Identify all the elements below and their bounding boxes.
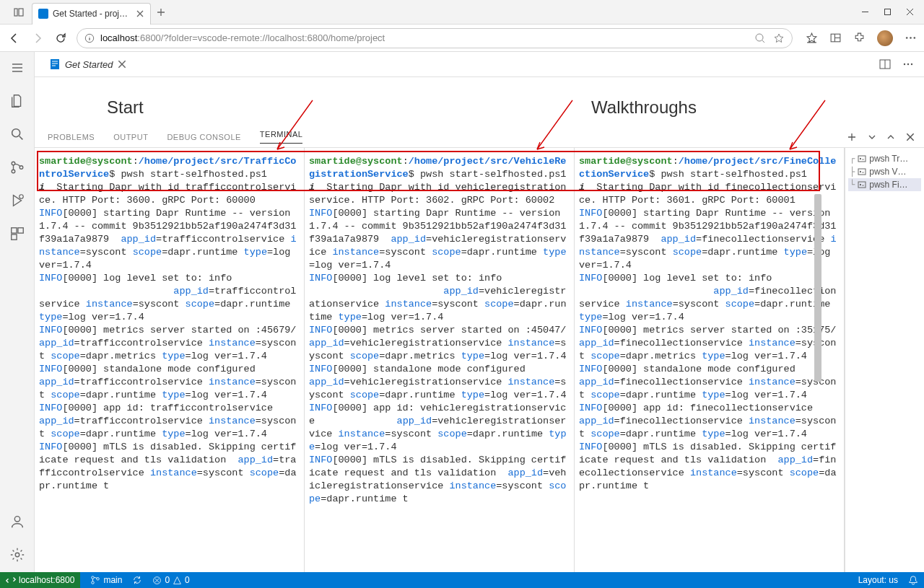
welcome-start-heading: Start xyxy=(107,97,465,118)
svg-rect-25 xyxy=(858,169,866,175)
terminal-icon xyxy=(858,154,866,163)
svg-point-27 xyxy=(92,576,95,579)
terminal-list-item[interactable]: └pwsh Fi… xyxy=(848,178,921,191)
source-control-icon[interactable] xyxy=(9,159,26,176)
problems-indicator[interactable]: 0 0 xyxy=(152,575,189,585)
close-icon[interactable] xyxy=(136,9,144,18)
welcome-header: Start Walkthroughs xyxy=(35,77,924,126)
tab-output[interactable]: OUTPUT xyxy=(113,133,148,141)
svg-point-8 xyxy=(914,37,916,39)
browser-tab[interactable]: Get Started - project - Ope xyxy=(32,3,151,25)
terminal-panel: smartide@syscont:/home/project/src/Traff… xyxy=(35,148,924,572)
svg-point-10 xyxy=(12,162,15,165)
more-icon[interactable] xyxy=(905,32,917,44)
svg-point-18 xyxy=(15,553,19,557)
svg-rect-0 xyxy=(14,9,17,16)
svg-point-13 xyxy=(19,195,23,199)
extensions-icon[interactable] xyxy=(853,32,866,44)
close-icon[interactable] xyxy=(117,59,127,69)
collections-icon[interactable] xyxy=(829,32,842,44)
close-window-button[interactable] xyxy=(906,8,914,16)
activity-bar xyxy=(0,52,35,572)
minimize-button[interactable] xyxy=(861,8,869,16)
terminal-list-sidebar: ┌pwsh Tr… ├pwsh V… └pwsh Fi… xyxy=(845,148,924,572)
svg-rect-19 xyxy=(51,59,59,69)
scrollbar-thumb[interactable] xyxy=(814,194,821,382)
url-port: :6800 xyxy=(137,32,161,43)
menu-icon[interactable] xyxy=(9,59,26,76)
search-icon[interactable] xyxy=(9,126,26,143)
zoom-indicator-icon[interactable] xyxy=(754,32,766,44)
tab-debug-console[interactable]: DEBUG CONSOLE xyxy=(167,133,240,141)
settings-gear-icon[interactable] xyxy=(9,546,26,563)
close-panel-icon[interactable] xyxy=(905,132,915,142)
editor-tab-label: Get Started xyxy=(65,59,113,70)
account-icon[interactable] xyxy=(9,513,26,530)
terminal-icon xyxy=(858,167,866,176)
svg-point-7 xyxy=(910,37,912,39)
layout-indicator[interactable]: Layout: us xyxy=(858,575,898,585)
tab-problems[interactable]: PROBLEMS xyxy=(48,133,95,141)
welcome-doc-icon xyxy=(49,58,61,70)
terminal-pane-1[interactable]: smartide@syscont:/home/project/src/Traff… xyxy=(35,148,305,572)
extensions-panel-icon[interactable] xyxy=(9,225,26,242)
terminal-icon xyxy=(858,180,866,189)
notifications-icon[interactable] xyxy=(908,575,918,585)
svg-point-21 xyxy=(904,63,905,65)
editor-tab-get-started[interactable]: Get Started xyxy=(42,52,134,77)
address-bar[interactable]: localhost:6800/?folder=vscode-remote://l… xyxy=(77,28,793,48)
svg-rect-2 xyxy=(885,9,891,15)
browser-tab-strip: Get Started - project - Ope xyxy=(0,0,924,25)
svg-point-6 xyxy=(906,37,908,39)
svg-point-9 xyxy=(12,129,19,137)
svg-rect-24 xyxy=(858,156,866,162)
terminal-pane-3[interactable]: smartide@syscont:/home/project/src/FineC… xyxy=(575,148,845,572)
svg-rect-16 xyxy=(11,234,16,240)
profile-avatar[interactable] xyxy=(877,30,893,46)
refresh-button[interactable] xyxy=(53,31,68,45)
svg-rect-26 xyxy=(858,182,866,188)
svg-point-4 xyxy=(756,34,763,41)
svg-point-23 xyxy=(911,63,912,65)
svg-point-17 xyxy=(14,517,19,522)
svg-rect-14 xyxy=(11,228,16,233)
browser-toolbar: localhost:6800/?folder=vscode-remote://l… xyxy=(0,25,924,52)
url-path: /?folder=vscode-remote://localhost:6800/… xyxy=(161,32,385,43)
sync-indicator[interactable] xyxy=(132,575,142,585)
explorer-icon[interactable] xyxy=(9,92,26,110)
new-tab-button[interactable] xyxy=(157,8,165,17)
maximize-button[interactable] xyxy=(884,8,892,16)
svg-point-11 xyxy=(12,170,15,173)
svg-rect-15 xyxy=(17,228,22,233)
terminal-pane-2[interactable]: smartide@syscont:/home/project/src/Vehic… xyxy=(305,148,575,572)
terminal-list-item[interactable]: ├pwsh V… xyxy=(848,165,921,178)
tab-terminal[interactable]: TERMINAL xyxy=(260,130,303,144)
tab-actions-icon[interactable] xyxy=(13,6,25,18)
git-branch-indicator[interactable]: main xyxy=(90,575,122,585)
url-host: localhost xyxy=(100,32,137,43)
back-button[interactable] xyxy=(7,31,22,45)
run-debug-icon[interactable] xyxy=(9,192,26,209)
chevron-down-icon[interactable] xyxy=(868,133,876,141)
split-editor-icon[interactable] xyxy=(879,58,891,70)
favorites-icon[interactable] xyxy=(806,32,818,44)
info-icon xyxy=(84,33,95,43)
svg-rect-1 xyxy=(19,9,23,16)
svg-point-22 xyxy=(907,63,909,65)
remote-indicator[interactable]: localhost:6800 xyxy=(0,572,80,588)
panel-tab-bar: PROBLEMS OUTPUT DEBUG CONSOLE TERMINAL xyxy=(35,126,924,148)
more-actions-icon[interactable] xyxy=(902,58,914,70)
editor-tabs: Get Started xyxy=(35,52,924,77)
new-terminal-icon[interactable] xyxy=(846,131,858,143)
svg-point-28 xyxy=(92,582,95,584)
status-bar: localhost:6800 main 0 0 Layout: us xyxy=(0,572,924,588)
chevron-up-icon[interactable] xyxy=(886,133,895,141)
forward-button[interactable] xyxy=(30,31,45,45)
favorite-icon[interactable] xyxy=(773,32,785,44)
welcome-walkthroughs-heading: Walkthroughs xyxy=(465,97,910,118)
terminal-list-item[interactable]: ┌pwsh Tr… xyxy=(848,152,921,165)
tab-title: Get Started - project - Ope xyxy=(53,9,131,19)
tab-favicon xyxy=(38,9,48,19)
